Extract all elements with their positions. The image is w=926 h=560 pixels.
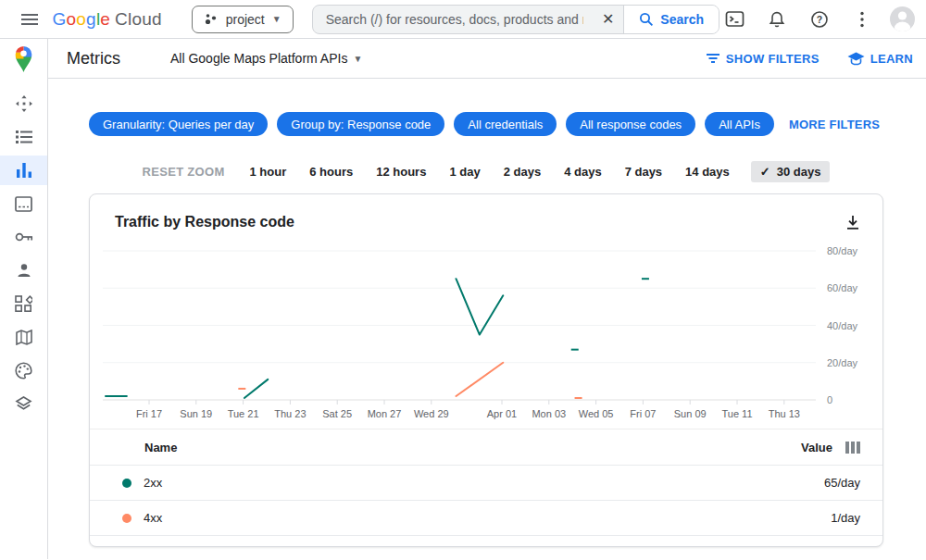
rail-items xyxy=(0,79,47,422)
column-settings-icon[interactable] xyxy=(845,442,860,454)
help-icon[interactable]: ? xyxy=(805,5,834,34)
sidebar-item-apis-list[interactable] xyxy=(0,122,47,152)
time-range-option[interactable]: 14 days xyxy=(683,161,732,182)
name-column-header: Name xyxy=(144,441,177,454)
legend-rows: 2xx65/day4xx1/day xyxy=(90,466,882,536)
download-chart-icon[interactable] xyxy=(845,215,860,230)
svg-text:60/day: 60/day xyxy=(827,282,858,293)
svg-text:0: 0 xyxy=(827,394,832,405)
page-title: Metrics xyxy=(67,49,120,68)
time-range-selector: RESET ZOOM 1 hour6 hours12 hours1 day2 d… xyxy=(89,161,883,182)
metrics-content: Granularity: Queries per dayGroup by: Re… xyxy=(48,79,926,559)
quotas-card-icon xyxy=(15,196,32,212)
cloud-shell-icon[interactable] xyxy=(720,5,749,34)
svg-text:Tue 11: Tue 11 xyxy=(721,408,752,419)
table-row[interactable]: 4xx1/day xyxy=(90,501,882,536)
time-range-option[interactable]: 12 hours xyxy=(374,161,428,182)
time-range-option[interactable]: 6 hours xyxy=(307,161,355,182)
time-range-option[interactable]: 4 days xyxy=(562,161,603,182)
palette-icon xyxy=(15,362,32,380)
svg-text:Sat 25: Sat 25 xyxy=(322,408,352,419)
filter-chip[interactable]: All APIs xyxy=(705,112,774,136)
learn-label: LEARN xyxy=(870,52,913,66)
svg-text:Sun 19: Sun 19 xyxy=(180,408,212,419)
table-row[interactable]: 2xx65/day xyxy=(90,466,882,501)
time-range-option[interactable]: ✓30 days xyxy=(751,161,831,182)
logo-cloud-label: Cloud xyxy=(115,9,162,30)
chevron-down-icon: ▼ xyxy=(353,54,362,64)
google-cloud-logo[interactable]: Google Cloud xyxy=(53,9,162,30)
sidebar-item-overview[interactable] xyxy=(0,89,47,118)
project-name: project xyxy=(226,12,265,27)
app-bar: Google Cloud project ▼ ✕ Search ? xyxy=(0,0,926,39)
api-scope-label: All Google Maps Platform APIs xyxy=(170,51,347,66)
api-scope-selector[interactable]: All Google Maps Platform APIs ▼ xyxy=(170,51,362,66)
key-icon xyxy=(15,230,33,243)
metrics-chart-icon xyxy=(16,163,32,178)
traffic-chart[interactable]: 020/day40/day60/day80/dayFri 17Sun 19Tue… xyxy=(103,236,871,423)
svg-text:Thu 13: Thu 13 xyxy=(769,408,800,419)
search-input[interactable] xyxy=(313,6,593,33)
layers-icon xyxy=(15,396,32,412)
filter-chips-row: Granularity: Queries per dayGroup by: Re… xyxy=(89,112,883,136)
more-filters-button[interactable]: MORE FILTERS xyxy=(789,118,880,131)
sidebar-item-datasets[interactable] xyxy=(0,389,47,418)
search-button[interactable]: Search xyxy=(623,6,719,33)
hamburger-menu-icon[interactable] xyxy=(15,4,45,35)
reset-zoom-button[interactable]: RESET ZOOM xyxy=(143,165,225,179)
project-icon xyxy=(204,12,219,27)
chevron-down-icon: ▼ xyxy=(272,14,282,24)
learn-button[interactable]: LEARN xyxy=(847,52,913,66)
svg-text:?: ? xyxy=(817,14,822,25)
series-value: 1/day xyxy=(831,511,860,525)
maps-platform-logo[interactable] xyxy=(0,39,47,79)
filter-chip[interactable]: All credentials xyxy=(454,112,557,136)
series-color-dot xyxy=(122,479,131,488)
time-range-option[interactable]: 1 day xyxy=(447,161,482,182)
search-icon xyxy=(639,12,654,27)
account-avatar[interactable] xyxy=(890,6,915,31)
time-range-option[interactable]: 1 hour xyxy=(248,161,289,182)
series-value: 65/day xyxy=(824,476,860,490)
sidebar-item-support[interactable] xyxy=(0,255,47,285)
time-range-option[interactable]: 2 days xyxy=(502,161,543,182)
notifications-bell-icon[interactable] xyxy=(762,5,792,34)
svg-text:Apr 01: Apr 01 xyxy=(487,408,517,419)
left-nav-rail xyxy=(0,39,48,559)
svg-text:80/day: 80/day xyxy=(827,245,858,256)
time-range-option[interactable]: 7 days xyxy=(623,161,664,182)
sidebar-item-map-management[interactable] xyxy=(0,322,47,352)
sidebar-item-solutions[interactable] xyxy=(0,289,47,318)
svg-text:Tue 21: Tue 21 xyxy=(228,408,259,419)
sidebar-item-quotas[interactable] xyxy=(0,189,47,218)
person-icon xyxy=(17,263,31,278)
svg-text:Fri 17: Fri 17 xyxy=(136,408,162,419)
series-name: 4xx xyxy=(144,511,162,525)
svg-text:Mon 03: Mon 03 xyxy=(532,408,566,419)
svg-text:20/day: 20/day xyxy=(827,357,858,368)
svg-text:Wed 05: Wed 05 xyxy=(579,408,614,419)
series-color-dot xyxy=(122,514,131,523)
legend-table: Name Value 2xx65/day4xx1/day xyxy=(90,429,882,536)
project-selector[interactable]: project ▼ xyxy=(192,6,294,33)
show-filters-button[interactable]: SHOW FILTERS xyxy=(706,52,820,66)
svg-text:Fri 07: Fri 07 xyxy=(630,408,656,419)
filter-icon xyxy=(706,53,720,64)
page-header: Metrics All Google Maps Platform APIs ▼ … xyxy=(48,39,926,79)
filter-chip[interactable]: Group by: Response code xyxy=(277,112,444,136)
series-name: 2xx xyxy=(144,476,162,490)
legend-table-header: Name Value xyxy=(90,429,882,466)
chart-title: Traffic by Response code xyxy=(115,214,294,230)
filter-chip[interactable]: Granularity: Queries per day xyxy=(89,112,268,136)
more-options-icon[interactable] xyxy=(847,5,877,34)
svg-text:Sun 09: Sun 09 xyxy=(674,408,707,419)
sidebar-item-map-styles[interactable] xyxy=(0,355,47,385)
pan-icon xyxy=(15,94,33,113)
clear-search-icon[interactable]: ✕ xyxy=(593,6,623,33)
sidebar-item-metrics[interactable] xyxy=(0,156,47,185)
list-icon xyxy=(16,130,32,144)
svg-text:Wed 29: Wed 29 xyxy=(414,408,449,419)
sidebar-item-credentials[interactable] xyxy=(0,222,47,252)
global-search: ✕ Search xyxy=(312,5,720,34)
filter-chip[interactable]: All response codes xyxy=(566,112,695,136)
